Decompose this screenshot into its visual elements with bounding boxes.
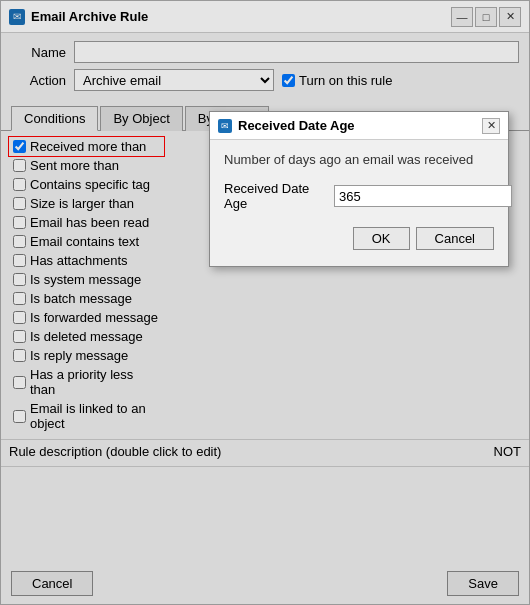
modal-field-label: Received Date Age xyxy=(224,181,324,211)
modal-buttons: OK Cancel xyxy=(224,227,494,254)
modal-overlay: ✉ Received Date Age ✕ Number of days ago… xyxy=(1,1,529,604)
modal-icon: ✉ xyxy=(218,119,232,133)
modal-description: Number of days ago an email was received xyxy=(224,152,494,167)
main-window: ✉ Email Archive Rule — □ ✕ Name Action A… xyxy=(0,0,530,605)
modal-title-bar: ✉ Received Date Age ✕ xyxy=(210,112,508,140)
modal-body: Number of days ago an email was received… xyxy=(210,140,508,266)
modal-received-date-age: ✉ Received Date Age ✕ Number of days ago… xyxy=(209,111,509,267)
modal-ok-button[interactable]: OK xyxy=(353,227,410,250)
modal-cancel-button[interactable]: Cancel xyxy=(416,227,494,250)
modal-field-row: Received Date Age xyxy=(224,181,494,211)
modal-field-input[interactable] xyxy=(334,185,512,207)
modal-title: Received Date Age xyxy=(238,118,476,133)
modal-close-button[interactable]: ✕ xyxy=(482,118,500,134)
